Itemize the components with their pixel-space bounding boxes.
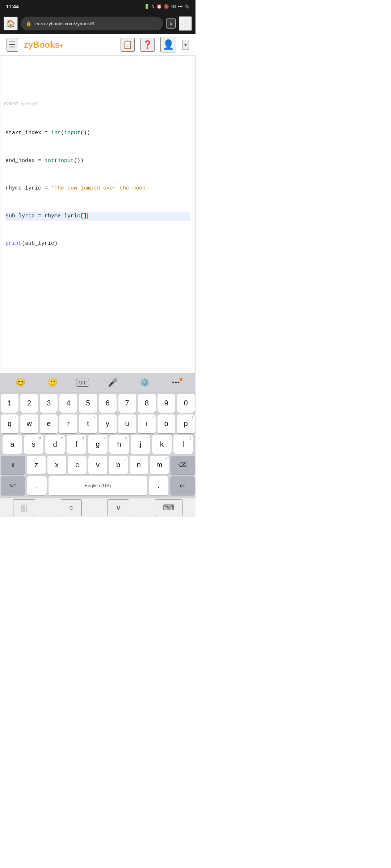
logo-text: zyBooks▾ [24, 40, 115, 50]
code-line-2: end_index = int(input()) [5, 156, 190, 166]
keyboard-bottom-row: !#1 , English (US) . ↵ [1, 476, 195, 495]
key-v[interactable]: :v [88, 456, 107, 475]
status-time: 11:44 [6, 4, 19, 9]
notebook-icon-button[interactable]: 📋 [121, 38, 135, 52]
key-k[interactable]: (k [152, 435, 172, 454]
code-line-4: sub_lyric = rhyme_lyric[] [5, 212, 190, 221]
key-h[interactable]: &h [109, 435, 129, 454]
key-g[interactable]: %g [88, 435, 108, 454]
period-key[interactable]: . [149, 476, 168, 495]
home-nav-button[interactable]: ○ [61, 499, 81, 516]
key-z[interactable]: -z [27, 456, 46, 475]
app-header: ☰ zyBooks▾ 📋 ❓ 👤 ▾ [0, 34, 196, 56]
code-editor[interactable]: 678052.qx3zqy7 start_index = int(input()… [0, 56, 196, 374]
keyboard-qwerty-row: +q ×w ÷e =r /t _y <u >i [o ]p [1, 414, 195, 433]
help-icon-button[interactable]: ❓ [140, 38, 155, 52]
back-nav-button[interactable]: ||| [13, 499, 35, 516]
key-3[interactable]: 3 [40, 394, 58, 413]
gif-toolbar-button[interactable]: GIF [76, 379, 89, 387]
code-line-5: print(sub_lyric) [5, 239, 190, 248]
alarm-icon: ⏰ [156, 4, 162, 9]
key-c[interactable]: "c [68, 456, 87, 475]
user-icon-button[interactable]: 👤 [160, 37, 176, 52]
key-a[interactable]: !a [3, 435, 22, 454]
key-j[interactable]: *j [131, 435, 150, 454]
key-d[interactable]: #d [45, 435, 65, 454]
keyboard-toolbar: 😊 🙂 GIF 🎤 ⚙️ ••• [0, 374, 196, 392]
key-u[interactable]: <u [118, 414, 136, 433]
emoji-toolbar-button[interactable]: 😊 [12, 376, 29, 390]
key-i[interactable]: >i [138, 414, 156, 433]
key-m[interactable]: ?m [150, 456, 169, 475]
browser-home-button[interactable]: 🏠 [4, 17, 18, 30]
keyboard-asdf-row: !a @s #d $f %g &h *j (k )l [1, 435, 195, 454]
key-n[interactable]: ,n [130, 456, 148, 475]
key-1[interactable]: 1 [1, 394, 18, 413]
key-f[interactable]: $f [67, 435, 86, 454]
keyboard-number-row: 1 2 3 4 5 6 7 8 9 0 [1, 394, 195, 413]
header-dropdown-button[interactable]: ▾ [182, 40, 189, 50]
hamburger-menu-button[interactable]: ☰ [7, 38, 18, 52]
key-5[interactable]: 5 [79, 394, 97, 413]
mic-toolbar-button[interactable]: 🎤 [104, 376, 121, 390]
browser-url-box[interactable]: 🔒 learn.zybooks.com/zybook/S [21, 17, 163, 30]
key-r[interactable]: =r [59, 414, 77, 433]
code-line-1: start_index = int(input()) [5, 128, 190, 138]
key-t[interactable]: /t [79, 414, 97, 433]
sim-icon: N [151, 4, 155, 9]
browser-tab-button[interactable]: 5 [166, 18, 176, 29]
lte-icon: 4G [171, 4, 176, 9]
key-7[interactable]: 7 [118, 394, 136, 413]
key-x[interactable]: 'x [47, 456, 66, 475]
code-line-3: rhyme_lyric = 'The cow jumped over the m… [5, 184, 190, 193]
space-key[interactable]: English (US) [49, 476, 147, 495]
keyboard-zxcv-row: ⇧ -z 'x "c :v .b ,n ?m ⌫ [1, 456, 195, 475]
key-s[interactable]: @s [24, 435, 43, 454]
key-e[interactable]: ÷e [40, 414, 58, 433]
return-key[interactable]: ↵ [170, 476, 195, 495]
keyboard-nav-button[interactable]: ⌨ [155, 499, 182, 516]
logo-dropdown-icon: ▾ [60, 43, 63, 49]
key-w[interactable]: ×w [20, 414, 38, 433]
sticker-toolbar-button[interactable]: 🙂 [44, 376, 61, 390]
bottom-nav: ||| ○ ∨ ⌨ [0, 498, 196, 517]
key-l[interactable]: )l [173, 435, 193, 454]
key-4[interactable]: 4 [59, 394, 77, 413]
comma-key[interactable]: , [27, 476, 47, 495]
key-2[interactable]: 2 [20, 394, 38, 413]
browser-bar: 🏠 🔒 learn.zybooks.com/zybook/S 5 ⋮ [0, 13, 196, 34]
key-6[interactable]: 6 [99, 394, 117, 413]
battery-icon: 🔋 [144, 4, 150, 9]
signal-icon: ▪▪▪ [178, 4, 182, 9]
recent-nav-button[interactable]: ∨ [108, 499, 129, 516]
key-p[interactable]: ]p [177, 414, 195, 433]
symbol-key[interactable]: !#1 [1, 476, 25, 495]
key-q[interactable]: +q [1, 414, 18, 433]
editor-watermark: 678052.qx3zqy7 [0, 99, 195, 107]
more-toolbar-button[interactable]: ••• [168, 377, 184, 389]
mute-icon: 🔕 [164, 4, 169, 9]
key-9[interactable]: 9 [157, 394, 175, 413]
battery-full-icon: 🔌 [184, 4, 190, 9]
lock-icon: 🔒 [26, 21, 31, 26]
code-block[interactable]: start_index = int(input()) end_index = i… [0, 107, 195, 272]
browser-menu-button[interactable]: ⋮ [179, 16, 192, 31]
backspace-key[interactable]: ⌫ [171, 456, 195, 475]
shift-key[interactable]: ⇧ [1, 456, 25, 475]
status-icons: 🔋 N ⏰ 🔕 4G ▪▪▪ 🔌 [144, 4, 190, 9]
key-o[interactable]: [o [157, 414, 175, 433]
key-8[interactable]: 8 [138, 394, 156, 413]
key-0[interactable]: 0 [177, 394, 195, 413]
browser-url-text: learn.zybooks.com/zybook/S [34, 21, 94, 26]
keyboard: 1 2 3 4 5 6 7 8 9 0 +q ×w ÷e =r /t _y <u… [0, 392, 196, 498]
status-bar: 11:44 🔋 N ⏰ 🔕 4G ▪▪▪ 🔌 [0, 0, 196, 13]
settings-toolbar-button[interactable]: ⚙️ [136, 376, 153, 390]
key-y[interactable]: _y [99, 414, 117, 433]
key-b[interactable]: .b [109, 456, 128, 475]
